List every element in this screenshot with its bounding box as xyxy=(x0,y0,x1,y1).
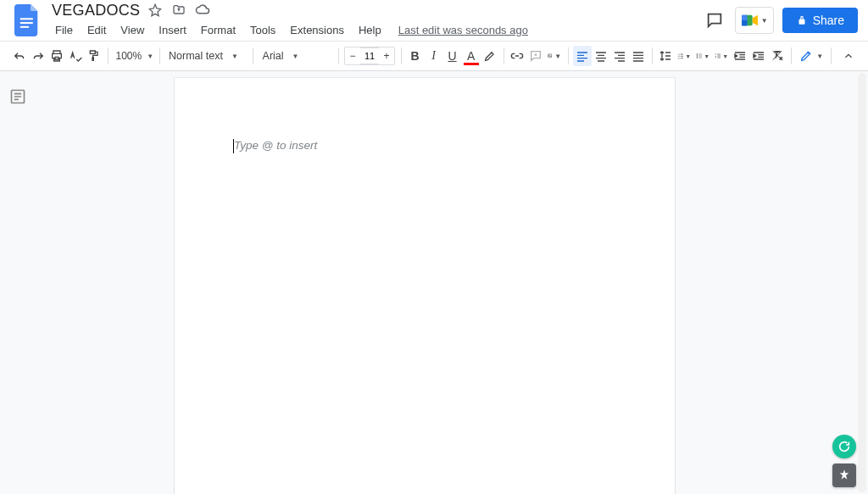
svg-rect-5 xyxy=(742,20,747,25)
doc-title[interactable]: VEGADOCS xyxy=(46,2,140,19)
bulleted-list-button[interactable]: ▼ xyxy=(693,46,712,66)
print-button[interactable] xyxy=(47,46,66,66)
vertical-scrollbar[interactable] xyxy=(858,73,866,492)
svg-rect-0 xyxy=(20,18,33,19)
increase-font-button[interactable]: + xyxy=(379,50,394,62)
decrease-font-button[interactable]: − xyxy=(345,50,360,62)
chevron-down-icon: ▼ xyxy=(816,53,823,60)
align-justify-button[interactable] xyxy=(629,46,648,66)
document-outline-button[interactable] xyxy=(9,88,28,107)
docs-logo[interactable] xyxy=(10,3,44,37)
chevron-down-icon: ▼ xyxy=(554,53,561,60)
chevron-down-icon: ▼ xyxy=(292,53,299,60)
menu-insert[interactable]: Insert xyxy=(153,20,192,40)
workspace: Type @ to insert xyxy=(0,71,868,494)
chevron-down-icon: ▼ xyxy=(147,53,153,60)
menu-tools[interactable]: Tools xyxy=(244,20,281,40)
italic-button[interactable]: I xyxy=(425,46,443,66)
star-icon[interactable] xyxy=(147,2,164,19)
svg-point-8 xyxy=(697,53,698,54)
menubar: File Edit View Insert Format Tools Exten… xyxy=(46,19,703,40)
add-comment-button[interactable] xyxy=(526,46,545,66)
chevron-down-icon: ▼ xyxy=(685,53,691,59)
menu-format[interactable]: Format xyxy=(195,20,242,40)
line-spacing-button[interactable] xyxy=(656,46,675,66)
open-comments-button[interactable] xyxy=(703,8,726,32)
paint-format-button[interactable] xyxy=(85,46,103,66)
menu-view[interactable]: View xyxy=(114,20,150,40)
align-left-button[interactable] xyxy=(573,46,592,66)
title-area: VEGADOCS File Edit View Insert Format To… xyxy=(46,1,703,40)
checklist-button[interactable]: ▼ xyxy=(675,46,693,66)
chevron-down-icon: ▼ xyxy=(722,53,728,59)
insert-image-button[interactable]: ▼ xyxy=(545,46,564,66)
header: VEGADOCS File Edit View Insert Format To… xyxy=(0,0,868,41)
clear-formatting-button[interactable] xyxy=(768,46,787,66)
document-page[interactable]: Type @ to insert xyxy=(175,78,675,494)
grammarly-button[interactable] xyxy=(832,435,856,458)
share-label: Share xyxy=(813,14,844,27)
increase-indent-button[interactable] xyxy=(749,46,768,66)
move-icon[interactable] xyxy=(170,2,187,19)
hide-menus-button[interactable] xyxy=(839,46,858,66)
spellcheck-button[interactable] xyxy=(66,46,85,66)
editor-placeholder: Type @ to insert xyxy=(234,139,615,152)
editing-mode-button[interactable]: ▼ xyxy=(799,49,823,63)
svg-point-10 xyxy=(697,57,698,58)
menu-file[interactable]: File xyxy=(49,20,79,40)
underline-button[interactable]: U xyxy=(443,46,462,66)
align-right-button[interactable] xyxy=(610,46,629,66)
text-cursor xyxy=(233,139,234,153)
numbered-list-button[interactable]: ▼ xyxy=(712,46,731,66)
menu-extensions[interactable]: Extensions xyxy=(284,20,350,40)
join-call-button[interactable]: ▼ xyxy=(735,7,774,34)
text-color-button[interactable]: A xyxy=(462,46,481,66)
share-button[interactable]: Share xyxy=(782,8,858,33)
bold-button[interactable]: B xyxy=(406,46,425,66)
highlight-button[interactable] xyxy=(481,46,499,66)
svg-rect-2 xyxy=(20,26,29,28)
redo-button[interactable] xyxy=(29,46,47,66)
align-center-button[interactable] xyxy=(592,46,610,66)
chevron-down-icon: ▼ xyxy=(704,53,709,59)
menu-help[interactable]: Help xyxy=(353,20,387,40)
insert-link-button[interactable] xyxy=(508,46,526,66)
left-rail xyxy=(0,71,37,494)
paragraph-style-select[interactable]: Normal text▼ xyxy=(164,50,248,62)
svg-rect-1 xyxy=(20,22,33,24)
menu-edit[interactable]: Edit xyxy=(81,20,112,40)
zoom-select[interactable]: 100%▼ xyxy=(113,50,155,62)
explore-button[interactable] xyxy=(832,463,856,487)
undo-button[interactable] xyxy=(10,46,29,66)
last-edit-link[interactable]: Last edit was seconds ago xyxy=(398,24,528,36)
svg-point-9 xyxy=(697,55,698,56)
decrease-indent-button[interactable] xyxy=(731,46,749,66)
chevron-down-icon: ▼ xyxy=(761,17,768,25)
cloud-status-icon[interactable] xyxy=(194,2,211,19)
font-size-input[interactable] xyxy=(360,47,379,64)
font-size-control: − + xyxy=(344,47,395,65)
chevron-down-icon: ▼ xyxy=(231,53,238,60)
svg-rect-6 xyxy=(548,54,552,58)
font-family-select[interactable]: Arial▼ xyxy=(258,50,334,62)
toolbar: 100%▼ Normal text▼ Arial▼ − + B I U A ▼ … xyxy=(0,41,868,71)
